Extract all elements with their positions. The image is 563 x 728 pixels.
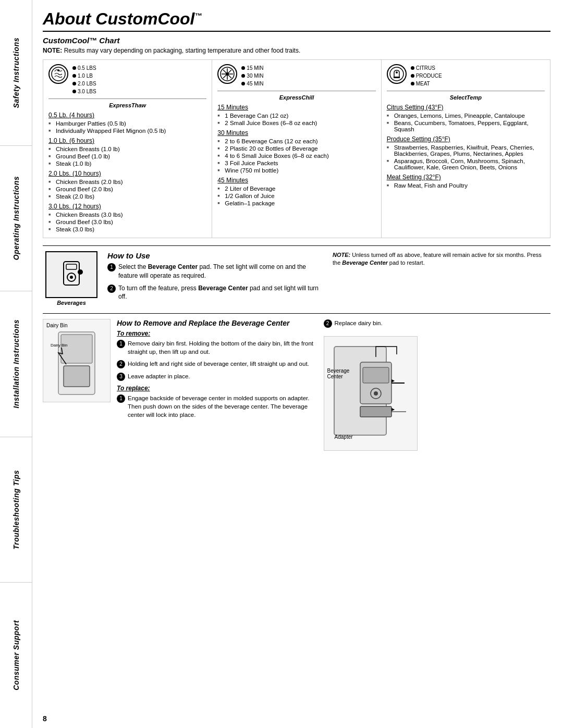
svg-point-14 xyxy=(70,276,73,279)
remove-step-3-num: 3 xyxy=(117,373,125,381)
chart-column-expressthaw: 0.5 LBS 1.0 LB 2.0 LBS 3.0 LBS ExpressTh… xyxy=(43,60,212,238)
remove-step-2-num: 2 xyxy=(117,360,125,368)
chart-column-expresschill: 15 MIN 30 MIN 45 MIN ExpressChill 15 Min… xyxy=(212,60,381,238)
expressthaw-icon xyxy=(48,64,68,84)
svg-point-10 xyxy=(396,71,398,73)
list-20lbs: Chicken Breasts (2.0 lbs) Ground Beef (2… xyxy=(48,179,206,200)
sidebar-section-troubleshooting: Troubleshooting Tips xyxy=(0,437,32,583)
chart-subtitle: CustomCool™ Chart xyxy=(43,36,550,45)
chart-column-selecttemp: CITRUS PRODUCE MEAT SelectTemp Citrus Se… xyxy=(382,60,550,238)
replace-dairy-bin: 2 Replace dairy bin. xyxy=(324,319,383,328)
page-number: 8 xyxy=(43,714,47,723)
selecttemp-legend: CITRUS PRODUCE MEAT xyxy=(411,64,442,88)
remove-replace-right: 2 Replace dairy bin. BeverageCenter Adap… xyxy=(324,319,550,451)
how-to-use-note: NOTE: Unless turned off as above, featur… xyxy=(333,251,550,306)
sidebar-label-safety: Safety Instructions xyxy=(12,38,20,108)
heading-05lb: 0.5 Lb. (4 hours) xyxy=(48,112,206,119)
list-produce: Strawberries, Raspberries, Kiwifruit, Pe… xyxy=(387,144,545,157)
svg-rect-9 xyxy=(394,77,400,78)
adapter-label: Adapter xyxy=(335,434,353,440)
expresschill-icon-area: 15 MIN 30 MIN 45 MIN xyxy=(217,64,375,91)
beverage-center-label: BeverageCenter xyxy=(327,368,350,379)
note-text: NOTE: Results may vary depending on pack… xyxy=(43,47,550,54)
sidebar-label-operating: Operating Instructions xyxy=(12,176,20,260)
selecttemp-icon-area: CITRUS PRODUCE MEAT xyxy=(387,64,545,91)
page-title: About CustomCool™ xyxy=(43,9,550,32)
heading-10lb: 1.0 Lb. (6 hours) xyxy=(48,137,206,144)
svg-rect-17 xyxy=(61,335,92,363)
sidebar-section-consumer: Consumer Support xyxy=(0,583,32,728)
sidebar-section-operating: Operating Instructions xyxy=(0,146,32,292)
main-content: About CustomCool™ CustomCool™ Chart NOTE… xyxy=(32,0,563,728)
selecttemp-icon xyxy=(387,64,407,84)
divider-1 xyxy=(43,245,550,246)
how-to-use-text: How to Use 1 Select the Beverage Center … xyxy=(107,251,325,306)
remove-step-1: 1 Remove dairy bin first. Holding the bo… xyxy=(117,339,315,356)
replace-dairy-bin-num: 2 xyxy=(324,319,332,328)
sidebar-label-troubleshooting: Troubleshooting Tips xyxy=(12,470,20,550)
dairy-bin-label: Dairy Bin xyxy=(46,323,68,328)
svg-point-7 xyxy=(226,72,229,76)
list-30lbs: Chicken Breasts (3.0 lbs) Ground Beef (3… xyxy=(48,212,206,232)
sidebar-label-installation: Installation Instructions xyxy=(12,319,20,408)
heading-meat: Meat Setting (32°F) xyxy=(387,174,545,181)
step-1-number: 1 xyxy=(107,263,116,272)
svg-text:▶: ▶ xyxy=(391,378,395,383)
expresschill-label: ExpressChill xyxy=(217,94,375,101)
step-2-number: 2 xyxy=(107,285,116,293)
chart-container: 0.5 LBS 1.0 LB 2.0 LBS 3.0 LBS ExpressTh… xyxy=(43,59,550,238)
heading-30min: 30 Minutes xyxy=(217,129,375,137)
sidebar: Safety Instructions Operating Instructio… xyxy=(0,0,32,728)
how-to-use-step-1: 1 Select the Beverage Center pad. The se… xyxy=(107,263,325,280)
replace-step-1-num: 1 xyxy=(117,394,125,403)
list-45min: 2 Liter of Beverage 1/2 Gallon of Juice … xyxy=(217,186,375,206)
remove-step-1-num: 1 xyxy=(117,340,125,348)
list-30min: 2 to 6 Beverage Cans (12 oz each) 2 Plas… xyxy=(217,138,375,174)
remove-step-2: 2 Holding left and right side of beverag… xyxy=(117,360,315,368)
dairy-bin-diagram: Dairy Bin Dairy Bin xyxy=(43,319,111,402)
to-replace-label: To replace: xyxy=(117,385,315,392)
how-to-use-section: Beverages How to Use 1 Select the Bevera… xyxy=(43,251,550,306)
remove-replace-section: Dairy Bin Dairy Bin xyxy=(43,313,550,451)
svg-rect-12 xyxy=(66,264,77,269)
remove-replace-left: Dairy Bin Dairy Bin xyxy=(43,319,315,451)
list-produce2: Asparagus, Broccoli, Corn, Mushrooms, Sp… xyxy=(387,158,545,170)
how-to-use-step-2: 2 To turn off the feature, press Beverag… xyxy=(107,284,325,302)
heading-produce: Produce Setting (35°F) xyxy=(387,135,545,143)
remove-step-3: 3 Leave adapter in place. xyxy=(117,372,315,381)
beverages-icon-img xyxy=(45,251,97,298)
expressthaw-label: ExpressThaw xyxy=(48,102,206,108)
sidebar-label-consumer: Consumer Support xyxy=(12,620,20,690)
sidebar-section-safety: Safety Instructions xyxy=(0,0,32,146)
selecttemp-label: SelectTemp xyxy=(387,94,545,101)
remove-replace-heading: How to Remove and Replace the Beverage C… xyxy=(117,319,315,327)
beverages-label: Beverages xyxy=(57,300,86,306)
svg-point-15 xyxy=(78,269,83,275)
to-remove-label: To remove: xyxy=(117,330,315,337)
heading-20lbs: 2.0 Lbs. (10 hours) xyxy=(48,170,206,177)
expressthaw-icon-area: 0.5 LBS 1.0 LB 2.0 LBS 3.0 LBS xyxy=(48,64,206,99)
svg-rect-18 xyxy=(64,366,90,387)
sidebar-section-installation: Installation Instructions xyxy=(0,291,32,437)
expresschill-legend: 15 MIN 30 MIN 45 MIN xyxy=(241,64,263,88)
list-10lb: Chicken Breasts (1.0 lb) Ground Beef (1.… xyxy=(48,146,206,167)
svg-point-24 xyxy=(374,391,378,396)
replace-diagram: BeverageCenter Adapter xyxy=(324,336,418,451)
svg-rect-22 xyxy=(363,367,389,383)
heading-45min: 45 Minutes xyxy=(217,177,375,184)
list-05lb: Hamburger Patties (0.5 lb) Individually … xyxy=(48,120,206,134)
expresschill-icon xyxy=(217,64,237,84)
svg-text:Dairy Bin: Dairy Bin xyxy=(51,343,67,348)
list-citrus: Oranges, Lemons, Limes, Pineapple, Canta… xyxy=(387,113,545,119)
svg-rect-25 xyxy=(360,406,391,417)
how-to-use-heading: How to Use xyxy=(107,251,325,260)
expressthaw-legend: 0.5 LBS 1.0 LB 2.0 LBS 3.0 LBS xyxy=(72,64,96,95)
svg-point-8 xyxy=(390,67,403,81)
list-citrus2: Beans, Cucumbers, Tomatoes, Peppers, Egg… xyxy=(387,120,545,132)
list-meat: Raw Meat, Fish and Poultry xyxy=(387,182,545,189)
svg-point-1 xyxy=(57,69,59,71)
list-15min: 1 Beverage Can (12 oz) 2 Small Juice Box… xyxy=(217,113,375,126)
heading-30lbs: 3.0 Lbs. (12 hours) xyxy=(48,203,206,210)
beverages-icon-box: Beverages xyxy=(43,251,100,306)
svg-text:▶: ▶ xyxy=(391,407,395,412)
